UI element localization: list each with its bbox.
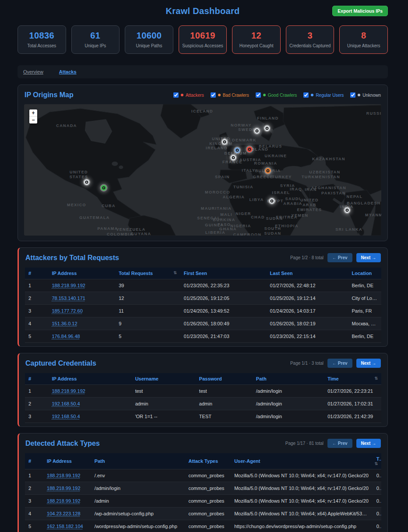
sort-icon[interactable]: ⇅ bbox=[374, 376, 378, 381]
table-cell: /wordpress/wp-admin/setup-config.php bbox=[91, 520, 185, 532]
prev-page-button[interactable]: ← Prev bbox=[327, 253, 352, 262]
legend-checkbox-regular-users[interactable] bbox=[303, 92, 309, 98]
legend-checkbox-good-crawlers[interactable] bbox=[256, 92, 261, 98]
column-header-: # bbox=[25, 268, 48, 279]
table-cell: /wp-admin/setup-config.php bbox=[91, 507, 185, 520]
map-marker-unknown[interactable] bbox=[269, 198, 275, 204]
ip-address-link[interactable]: 192.168.50.4 bbox=[52, 401, 80, 406]
map-marker-attacker[interactable] bbox=[247, 147, 253, 152]
stat-value: 12 bbox=[233, 31, 279, 41]
table-cell: test bbox=[132, 385, 196, 398]
stat-value: 10600 bbox=[126, 31, 172, 41]
column-header-location: Location bbox=[348, 268, 382, 279]
marker-center-dot bbox=[267, 170, 269, 172]
map-marker-regular-user[interactable] bbox=[235, 148, 240, 153]
marker-center-dot bbox=[233, 157, 234, 159]
pagination: Page 1/1 · 3 total ← Prev Next → bbox=[290, 359, 381, 368]
ip-address-link[interactable]: 185.177.72.60 bbox=[52, 308, 82, 314]
table-cell: 4 bbox=[25, 507, 43, 520]
ip-address-link[interactable]: 176.84.96.48 bbox=[52, 334, 80, 339]
map-marker-unknown[interactable] bbox=[222, 139, 228, 145]
legend-item-unknown: Unknown bbox=[350, 92, 381, 98]
table-cell: 01/23/2026, 21:42:39 bbox=[324, 410, 381, 423]
marker-center-dot bbox=[267, 128, 268, 129]
table-cell: /admin bbox=[91, 495, 185, 507]
next-page-button[interactable]: Next → bbox=[356, 439, 381, 448]
column-header-: # bbox=[25, 373, 48, 385]
legend-item-bad-crawlers: Bad Crawlers bbox=[211, 92, 249, 98]
ip-address-link[interactable]: 188.218.99.192 bbox=[52, 388, 85, 394]
detected-attack-types-card: Detected Attack Types Page 1/17 · 81 tot… bbox=[18, 433, 388, 532]
ip-address-cell: 185.177.72.60 bbox=[48, 305, 115, 317]
ip-address-cell: 151.36.0.12 bbox=[48, 317, 115, 330]
table-cell: 01/23/2026, 22:15:14 bbox=[267, 330, 348, 343]
zoom-out-button[interactable]: − bbox=[29, 116, 37, 123]
attack-types-title: Detected Attack Types bbox=[25, 440, 100, 447]
header: Krawl Dashboard Export Malicious IPs bbox=[18, 4, 388, 18]
stat-value: 3 bbox=[287, 31, 333, 41]
sort-icon[interactable]: ⇅ bbox=[374, 462, 378, 466]
stat-card-unique-attackers: 8Unique Attackers bbox=[339, 25, 388, 54]
marker-center-dot bbox=[347, 210, 348, 211]
map-marker-unknown[interactable] bbox=[264, 126, 270, 131]
sort-icon[interactable]: ⇅ bbox=[173, 271, 177, 275]
table-cell: 01/23/2026, 21:47:03 bbox=[180, 330, 267, 343]
ip-address-link[interactable]: 104.23.223.128 bbox=[47, 511, 80, 516]
ip-address-link[interactable]: 188.218.99.192 bbox=[52, 283, 85, 288]
map-marker-unknown[interactable] bbox=[345, 208, 350, 213]
map-title: IP Origins Map bbox=[25, 91, 74, 99]
world-map[interactable]: CANADAICELANDUNITED STATESMEXICOCUBAGUAT… bbox=[24, 104, 381, 236]
stat-label: Unique Paths bbox=[126, 43, 172, 48]
table-row: 3192.168.50.4'OR 1=1 --TEST/admin/login0… bbox=[25, 410, 381, 423]
table-cell: admin bbox=[132, 398, 196, 410]
ip-address-link[interactable]: 188.218.99.192 bbox=[47, 473, 80, 478]
map-marker-good-crawler[interactable] bbox=[101, 185, 107, 191]
legend-checkbox-unknown[interactable] bbox=[350, 92, 355, 98]
stat-label: Honeypot Caught bbox=[233, 43, 279, 48]
tab-overview[interactable]: Overview bbox=[23, 69, 43, 74]
tab-attacks[interactable]: Attacks bbox=[59, 69, 77, 74]
legend-checkbox-bad-crawlers[interactable] bbox=[211, 92, 216, 98]
pagination-info: Page 1/17 · 81 total bbox=[285, 441, 324, 446]
table-cell: 3 bbox=[25, 305, 48, 317]
ip-address-link[interactable]: 188.218.99.192 bbox=[47, 498, 80, 504]
table-cell: 01/27/2026, 19:38:59 bbox=[373, 507, 381, 520]
next-page-button[interactable]: Next → bbox=[356, 359, 381, 368]
map-marker-unknown[interactable] bbox=[254, 128, 260, 134]
ip-address-link[interactable]: 188.218.99.192 bbox=[47, 486, 80, 491]
map-marker-bad-crawler[interactable] bbox=[265, 168, 271, 174]
next-page-button[interactable]: Next → bbox=[356, 253, 381, 262]
column-header-path: Path bbox=[253, 373, 324, 385]
ip-address-link[interactable]: 78.153.140.171 bbox=[52, 296, 85, 301]
ip-address-cell: 188.218.99.192 bbox=[48, 279, 115, 292]
table-cell: 4 bbox=[25, 317, 48, 330]
table-cell: 9 bbox=[115, 317, 180, 330]
legend-checkbox-attackers[interactable] bbox=[173, 92, 179, 98]
table-cell: 01/25/2026, 19:12:05 bbox=[180, 292, 267, 305]
table-cell: 1 bbox=[25, 385, 48, 398]
table-cell: 01/27/2026, 17:02:31 bbox=[324, 398, 381, 410]
legend-label: Attackers bbox=[186, 93, 204, 98]
ip-address-link[interactable]: 162.158.182.104 bbox=[47, 524, 83, 529]
ip-address-cell: 188.218.99.192 bbox=[43, 469, 91, 482]
dashboard-page: Krawl Dashboard Export Malicious IPs 108… bbox=[0, 0, 408, 532]
legend-dot bbox=[263, 94, 266, 96]
table-cell: 5 bbox=[25, 520, 43, 532]
map-marker-unknown[interactable] bbox=[84, 180, 90, 185]
export-malicious-ips-button[interactable]: Export Malicious IPs bbox=[332, 6, 388, 16]
ip-address-link[interactable]: 192.168.50.4 bbox=[52, 414, 80, 419]
table-cell: Москва, RU bbox=[348, 317, 382, 330]
ip-address-cell: 176.84.96.48 bbox=[48, 330, 115, 343]
attack-types-table: #IP AddressPathAttack TypesUser-AgentTim… bbox=[25, 453, 381, 532]
ip-address-link[interactable]: 151.36.0.12 bbox=[52, 321, 77, 326]
table-row: 278.153.140.1711201/25/2026, 19:12:0501/… bbox=[25, 292, 381, 305]
table-cell: /admin/login bbox=[253, 410, 324, 423]
pagination-info: Page 1/2 · 8 total bbox=[290, 255, 324, 260]
stat-card-suspicious-accesses: 10619Suspicious Accesses bbox=[179, 25, 227, 54]
prev-page-button[interactable]: ← Prev bbox=[327, 439, 352, 448]
table-cell: 'OR 1=1 -- bbox=[132, 410, 196, 423]
map-marker-unknown[interactable] bbox=[231, 155, 236, 161]
zoom-in-button[interactable]: + bbox=[29, 109, 37, 116]
prev-page-button[interactable]: ← Prev bbox=[327, 359, 352, 368]
marker-center-dot bbox=[103, 187, 105, 189]
